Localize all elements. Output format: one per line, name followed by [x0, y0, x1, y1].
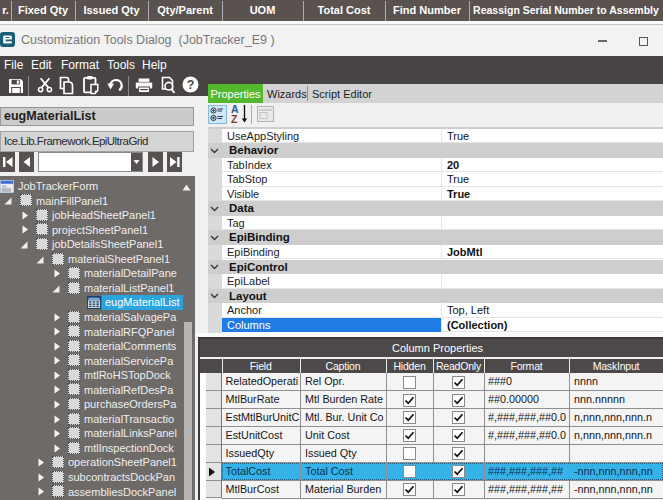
svg-text:?: ?: [187, 78, 195, 92]
